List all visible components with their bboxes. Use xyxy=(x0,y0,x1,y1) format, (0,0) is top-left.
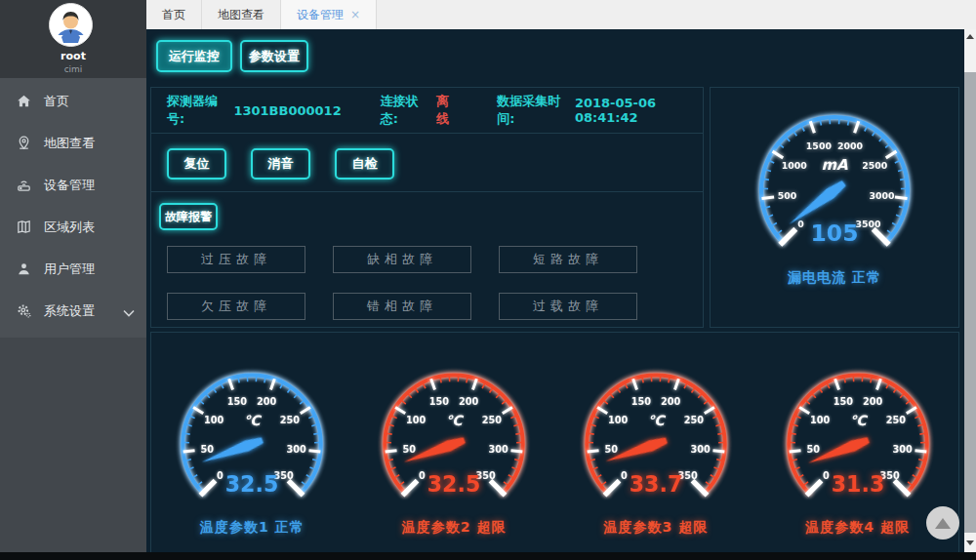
sidebar-item-device-mgmt[interactable]: 设备管理 xyxy=(0,164,146,206)
scroll-down-icon xyxy=(966,540,974,545)
connection-status-label: 连接状态: xyxy=(381,93,428,128)
run-monitor-button[interactable]: 运行监控 xyxy=(156,40,232,72)
back-to-top-button[interactable] xyxy=(926,506,959,540)
fault-overload-button[interactable]: 过载故障 xyxy=(499,293,637,320)
svg-text:105: 105 xyxy=(811,220,859,247)
fault-phase-loss-button[interactable]: 缺相故障 xyxy=(333,246,471,273)
arrow-up-icon xyxy=(935,518,951,529)
tab-home[interactable]: 首页 xyxy=(146,0,202,29)
svg-text:150: 150 xyxy=(227,396,248,407)
gauge-dial: 050100150200250300350℃ 33.7 xyxy=(574,362,738,513)
svg-text:200: 200 xyxy=(863,396,883,407)
sidebar-item-label: 地图查看 xyxy=(44,135,95,152)
svg-text:50: 50 xyxy=(201,444,215,455)
gauge-status-label: 温度参数1 正常 xyxy=(200,519,305,537)
device-info-row: 探测器编号: 1301BB000012 连接状态: 离线 数据采集时间: 201… xyxy=(151,88,703,134)
connection-status-value: 离线 xyxy=(436,93,458,128)
svg-text:250: 250 xyxy=(280,415,301,425)
app-window: root cimi 首页 地图查看 设备管理 xyxy=(0,0,976,560)
svg-text:0: 0 xyxy=(797,219,804,229)
svg-text:℃: ℃ xyxy=(244,413,263,428)
detector-id-value: 1301BB000012 xyxy=(233,103,341,118)
gauge-temperature-2: 050100150200250300350℃ 32.5 温度参数2 超限 xyxy=(353,333,555,552)
svg-text:2000: 2000 xyxy=(837,140,864,151)
sidebar-item-label: 首页 xyxy=(44,93,69,110)
gauge-status-label: 温度参数2 超限 xyxy=(402,519,507,537)
svg-text:300: 300 xyxy=(892,444,913,455)
scrollbar-thumb[interactable] xyxy=(964,29,976,72)
sidebar-item-region-list[interactable]: 区域列表 xyxy=(0,206,146,248)
svg-text:3000: 3000 xyxy=(869,190,895,201)
svg-text:1500: 1500 xyxy=(806,140,833,151)
svg-text:200: 200 xyxy=(257,396,277,407)
svg-text:250: 250 xyxy=(482,415,503,425)
avatar[interactable] xyxy=(49,3,93,47)
fault-short-circuit-button[interactable]: 短路故障 xyxy=(499,246,637,273)
sidebar-item-home[interactable]: 首页 xyxy=(0,80,146,122)
sidebar-item-system-settings[interactable]: 系统设置 xyxy=(0,290,146,332)
mute-button[interactable]: 消音 xyxy=(251,148,310,180)
svg-text:300: 300 xyxy=(287,444,307,455)
self-test-button[interactable]: 自检 xyxy=(335,148,394,180)
fault-overvoltage-button[interactable]: 过压故障 xyxy=(167,246,305,273)
tab-device-mgmt[interactable]: 设备管理 × xyxy=(281,0,377,29)
avatar-person-icon xyxy=(50,4,92,46)
svg-text:℃: ℃ xyxy=(647,413,666,428)
gauge-status-label: 漏电电流 正常 xyxy=(788,269,881,287)
gauge-temperature-1: 050100150200250300350℃ 32.5 温度参数1 正常 xyxy=(151,333,353,552)
tab-close-icon[interactable]: × xyxy=(350,8,360,21)
leakage-current-panel: 0500100015002000250030003500mA 105 漏电电流 … xyxy=(710,87,959,328)
svg-text:3500: 3500 xyxy=(855,219,881,229)
main-content: 运行监控 参数设置 探测器编号: 1301BB000012 连接状态: 离线 数… xyxy=(146,29,964,552)
svg-text:℃: ℃ xyxy=(446,413,465,428)
svg-text:200: 200 xyxy=(459,396,479,407)
gauge-status-label: 温度参数3 超限 xyxy=(604,519,709,537)
svg-text:32.5: 32.5 xyxy=(225,471,279,497)
svg-text:500: 500 xyxy=(778,190,797,201)
gauge-dial: 0500100015002000250030003500mA 105 xyxy=(748,103,921,263)
tab-map-view[interactable]: 地图查看 xyxy=(202,0,281,29)
sidebar-item-user-mgmt[interactable]: 用户管理 xyxy=(0,248,146,290)
gear-icon xyxy=(15,302,32,320)
fault-wrong-phase-button[interactable]: 错相故障 xyxy=(333,293,471,320)
username: root xyxy=(0,50,146,62)
svg-text:250: 250 xyxy=(885,415,906,425)
sidebar-user-header: root cimi xyxy=(0,0,146,78)
fault-undervoltage-button[interactable]: 欠压故障 xyxy=(167,293,305,320)
svg-text:0: 0 xyxy=(419,470,426,481)
gauge-dial: 050100150200250300350℃ 32.5 xyxy=(372,362,536,513)
svg-text:0: 0 xyxy=(217,470,224,481)
svg-text:31.3: 31.3 xyxy=(831,471,884,497)
detector-id-label: 探测器编号: xyxy=(167,93,225,128)
svg-text:℃: ℃ xyxy=(849,413,868,428)
window-bottom-edge xyxy=(0,552,976,560)
svg-text:0: 0 xyxy=(621,470,628,481)
vertical-scrollbar[interactable] xyxy=(964,29,976,552)
user-icon xyxy=(15,260,32,278)
svg-text:250: 250 xyxy=(684,415,705,425)
scrollbar-down-button[interactable] xyxy=(964,533,976,552)
param-settings-button[interactable]: 参数设置 xyxy=(240,40,308,72)
reset-button[interactable]: 复位 xyxy=(167,148,226,180)
gauge-dial: 050100150200250300350℃ 31.3 xyxy=(776,362,940,513)
svg-text:50: 50 xyxy=(604,444,618,455)
sidebar: root cimi 首页 地图查看 设备管理 xyxy=(0,0,146,552)
tab-bar: 首页 地图查看 设备管理 × xyxy=(146,0,976,29)
svg-text:150: 150 xyxy=(631,396,652,407)
fault-alarm-section: 故障报警 过压故障 缺相故障 短路故障 欠压故障 错相故障 过载故障 xyxy=(151,192,703,329)
svg-text:100: 100 xyxy=(608,415,629,425)
device-status-panel: 探测器编号: 1301BB000012 连接状态: 离线 数据采集时间: 201… xyxy=(150,87,704,328)
device-controls-row: 复位 消音 自检 xyxy=(151,134,703,192)
svg-text:50: 50 xyxy=(403,444,417,455)
svg-text:100: 100 xyxy=(204,415,224,425)
svg-text:300: 300 xyxy=(690,444,711,455)
svg-text:100: 100 xyxy=(810,415,831,425)
fault-alarm-button[interactable]: 故障报警 xyxy=(159,203,218,230)
sidebar-item-label: 设备管理 xyxy=(44,177,95,194)
svg-text:100: 100 xyxy=(406,415,427,425)
sidebar-item-map-view[interactable]: 地图查看 xyxy=(0,122,146,164)
home-icon xyxy=(15,93,32,110)
collect-time-value: 2018-05-06 08:41:42 xyxy=(575,96,703,125)
svg-text:33.7: 33.7 xyxy=(630,471,683,497)
chevron-down-icon[interactable] xyxy=(123,305,135,320)
